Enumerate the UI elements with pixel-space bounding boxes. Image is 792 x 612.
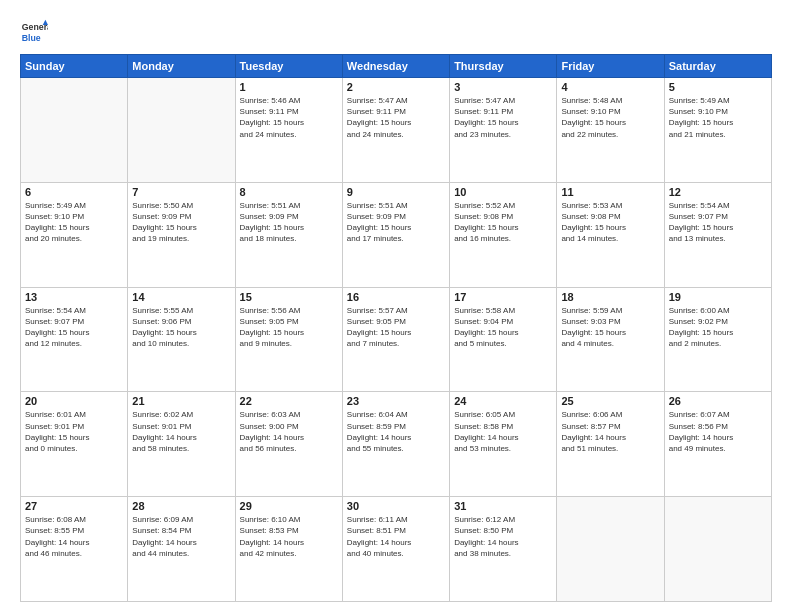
calendar-day-cell: 3Sunrise: 5:47 AMSunset: 9:11 PMDaylight…	[450, 78, 557, 183]
page: General Blue SundayMondayTuesdayWednesda…	[0, 0, 792, 612]
calendar-day-cell: 6Sunrise: 5:49 AMSunset: 9:10 PMDaylight…	[21, 182, 128, 287]
day-number: 10	[454, 186, 552, 198]
calendar-day-cell	[21, 78, 128, 183]
day-number: 31	[454, 500, 552, 512]
calendar-day-cell: 14Sunrise: 5:55 AMSunset: 9:06 PMDayligh…	[128, 287, 235, 392]
calendar-week-row: 1Sunrise: 5:46 AMSunset: 9:11 PMDaylight…	[21, 78, 772, 183]
calendar-day-cell: 17Sunrise: 5:58 AMSunset: 9:04 PMDayligh…	[450, 287, 557, 392]
day-number: 15	[240, 291, 338, 303]
calendar-day-cell: 9Sunrise: 5:51 AMSunset: 9:09 PMDaylight…	[342, 182, 449, 287]
day-info: Sunrise: 6:06 AMSunset: 8:57 PMDaylight:…	[561, 409, 659, 454]
calendar-day-cell: 10Sunrise: 5:52 AMSunset: 9:08 PMDayligh…	[450, 182, 557, 287]
day-number: 11	[561, 186, 659, 198]
day-info: Sunrise: 6:08 AMSunset: 8:55 PMDaylight:…	[25, 514, 123, 559]
day-info: Sunrise: 6:01 AMSunset: 9:01 PMDaylight:…	[25, 409, 123, 454]
day-info: Sunrise: 5:47 AMSunset: 9:11 PMDaylight:…	[454, 95, 552, 140]
day-info: Sunrise: 5:57 AMSunset: 9:05 PMDaylight:…	[347, 305, 445, 350]
calendar-day-cell: 12Sunrise: 5:54 AMSunset: 9:07 PMDayligh…	[664, 182, 771, 287]
day-info: Sunrise: 5:53 AMSunset: 9:08 PMDaylight:…	[561, 200, 659, 245]
day-number: 2	[347, 81, 445, 93]
day-info: Sunrise: 5:51 AMSunset: 9:09 PMDaylight:…	[347, 200, 445, 245]
day-number: 13	[25, 291, 123, 303]
calendar-week-row: 13Sunrise: 5:54 AMSunset: 9:07 PMDayligh…	[21, 287, 772, 392]
calendar-day-cell	[128, 78, 235, 183]
calendar-day-cell: 7Sunrise: 5:50 AMSunset: 9:09 PMDaylight…	[128, 182, 235, 287]
calendar-day-cell: 1Sunrise: 5:46 AMSunset: 9:11 PMDaylight…	[235, 78, 342, 183]
day-number: 25	[561, 395, 659, 407]
calendar-day-cell: 18Sunrise: 5:59 AMSunset: 9:03 PMDayligh…	[557, 287, 664, 392]
day-info: Sunrise: 6:05 AMSunset: 8:58 PMDaylight:…	[454, 409, 552, 454]
day-number: 26	[669, 395, 767, 407]
calendar-table: SundayMondayTuesdayWednesdayThursdayFrid…	[20, 54, 772, 602]
day-number: 27	[25, 500, 123, 512]
svg-text:Blue: Blue	[22, 33, 41, 43]
logo-icon: General Blue	[20, 18, 48, 46]
logo: General Blue	[20, 18, 52, 46]
day-info: Sunrise: 6:02 AMSunset: 9:01 PMDaylight:…	[132, 409, 230, 454]
day-number: 9	[347, 186, 445, 198]
calendar-day-cell: 24Sunrise: 6:05 AMSunset: 8:58 PMDayligh…	[450, 392, 557, 497]
calendar-header-row: SundayMondayTuesdayWednesdayThursdayFrid…	[21, 55, 772, 78]
weekday-header: Wednesday	[342, 55, 449, 78]
day-number: 14	[132, 291, 230, 303]
day-info: Sunrise: 6:03 AMSunset: 9:00 PMDaylight:…	[240, 409, 338, 454]
calendar-day-cell: 8Sunrise: 5:51 AMSunset: 9:09 PMDaylight…	[235, 182, 342, 287]
calendar-day-cell: 21Sunrise: 6:02 AMSunset: 9:01 PMDayligh…	[128, 392, 235, 497]
calendar-day-cell: 20Sunrise: 6:01 AMSunset: 9:01 PMDayligh…	[21, 392, 128, 497]
day-info: Sunrise: 6:12 AMSunset: 8:50 PMDaylight:…	[454, 514, 552, 559]
calendar-day-cell: 5Sunrise: 5:49 AMSunset: 9:10 PMDaylight…	[664, 78, 771, 183]
weekday-header: Tuesday	[235, 55, 342, 78]
calendar-day-cell: 26Sunrise: 6:07 AMSunset: 8:56 PMDayligh…	[664, 392, 771, 497]
day-number: 6	[25, 186, 123, 198]
day-info: Sunrise: 6:07 AMSunset: 8:56 PMDaylight:…	[669, 409, 767, 454]
day-number: 8	[240, 186, 338, 198]
calendar-day-cell	[664, 497, 771, 602]
day-info: Sunrise: 6:11 AMSunset: 8:51 PMDaylight:…	[347, 514, 445, 559]
day-info: Sunrise: 6:00 AMSunset: 9:02 PMDaylight:…	[669, 305, 767, 350]
calendar-day-cell: 4Sunrise: 5:48 AMSunset: 9:10 PMDaylight…	[557, 78, 664, 183]
calendar-day-cell: 2Sunrise: 5:47 AMSunset: 9:11 PMDaylight…	[342, 78, 449, 183]
calendar-day-cell: 23Sunrise: 6:04 AMSunset: 8:59 PMDayligh…	[342, 392, 449, 497]
calendar-day-cell: 25Sunrise: 6:06 AMSunset: 8:57 PMDayligh…	[557, 392, 664, 497]
calendar-day-cell: 13Sunrise: 5:54 AMSunset: 9:07 PMDayligh…	[21, 287, 128, 392]
day-info: Sunrise: 5:56 AMSunset: 9:05 PMDaylight:…	[240, 305, 338, 350]
day-number: 24	[454, 395, 552, 407]
day-number: 17	[454, 291, 552, 303]
day-info: Sunrise: 5:47 AMSunset: 9:11 PMDaylight:…	[347, 95, 445, 140]
day-number: 4	[561, 81, 659, 93]
day-info: Sunrise: 5:58 AMSunset: 9:04 PMDaylight:…	[454, 305, 552, 350]
weekday-header: Friday	[557, 55, 664, 78]
calendar-week-row: 6Sunrise: 5:49 AMSunset: 9:10 PMDaylight…	[21, 182, 772, 287]
day-number: 12	[669, 186, 767, 198]
weekday-header: Monday	[128, 55, 235, 78]
day-info: Sunrise: 5:46 AMSunset: 9:11 PMDaylight:…	[240, 95, 338, 140]
calendar-day-cell: 28Sunrise: 6:09 AMSunset: 8:54 PMDayligh…	[128, 497, 235, 602]
weekday-header: Sunday	[21, 55, 128, 78]
calendar-day-cell: 15Sunrise: 5:56 AMSunset: 9:05 PMDayligh…	[235, 287, 342, 392]
day-info: Sunrise: 5:54 AMSunset: 9:07 PMDaylight:…	[669, 200, 767, 245]
calendar-week-row: 27Sunrise: 6:08 AMSunset: 8:55 PMDayligh…	[21, 497, 772, 602]
day-info: Sunrise: 5:50 AMSunset: 9:09 PMDaylight:…	[132, 200, 230, 245]
day-number: 7	[132, 186, 230, 198]
calendar-day-cell: 19Sunrise: 6:00 AMSunset: 9:02 PMDayligh…	[664, 287, 771, 392]
calendar-day-cell: 11Sunrise: 5:53 AMSunset: 9:08 PMDayligh…	[557, 182, 664, 287]
day-info: Sunrise: 6:04 AMSunset: 8:59 PMDaylight:…	[347, 409, 445, 454]
day-info: Sunrise: 5:54 AMSunset: 9:07 PMDaylight:…	[25, 305, 123, 350]
calendar-day-cell	[557, 497, 664, 602]
day-number: 19	[669, 291, 767, 303]
day-info: Sunrise: 5:52 AMSunset: 9:08 PMDaylight:…	[454, 200, 552, 245]
day-info: Sunrise: 6:10 AMSunset: 8:53 PMDaylight:…	[240, 514, 338, 559]
day-number: 29	[240, 500, 338, 512]
day-info: Sunrise: 5:48 AMSunset: 9:10 PMDaylight:…	[561, 95, 659, 140]
day-info: Sunrise: 5:55 AMSunset: 9:06 PMDaylight:…	[132, 305, 230, 350]
day-info: Sunrise: 5:51 AMSunset: 9:09 PMDaylight:…	[240, 200, 338, 245]
calendar-day-cell: 31Sunrise: 6:12 AMSunset: 8:50 PMDayligh…	[450, 497, 557, 602]
header: General Blue	[20, 18, 772, 46]
calendar-day-cell: 22Sunrise: 6:03 AMSunset: 9:00 PMDayligh…	[235, 392, 342, 497]
calendar-day-cell: 27Sunrise: 6:08 AMSunset: 8:55 PMDayligh…	[21, 497, 128, 602]
calendar-day-cell: 30Sunrise: 6:11 AMSunset: 8:51 PMDayligh…	[342, 497, 449, 602]
calendar-day-cell: 16Sunrise: 5:57 AMSunset: 9:05 PMDayligh…	[342, 287, 449, 392]
weekday-header: Saturday	[664, 55, 771, 78]
calendar-week-row: 20Sunrise: 6:01 AMSunset: 9:01 PMDayligh…	[21, 392, 772, 497]
day-number: 3	[454, 81, 552, 93]
